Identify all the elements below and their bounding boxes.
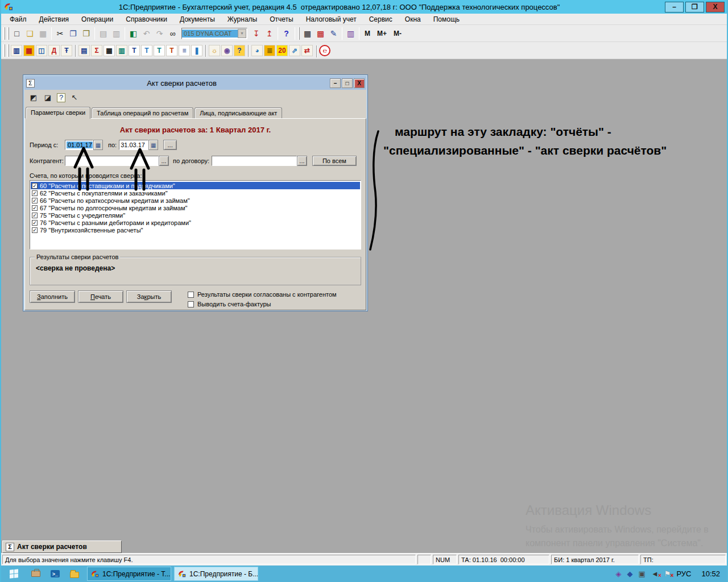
explorer-taskbar-icon[interactable] xyxy=(65,566,84,582)
tray-network-icon[interactable]: ▣ xyxy=(639,570,646,577)
accounts-listbox[interactable]: ✓ 60 "Расчеты с поставщиками и подрядчик… xyxy=(30,180,361,250)
combobox-value[interactable]: 015 DYNA COAT xyxy=(182,30,238,38)
menu-item[interactable]: Файл xyxy=(3,14,33,24)
save-settings-icon[interactable]: ◩ xyxy=(28,93,39,103)
toolbar2-icon[interactable]: T xyxy=(141,45,152,56)
toolbar2-icon[interactable]: Ŧ xyxy=(61,45,72,56)
table-edit-icon[interactable]: ✎ xyxy=(327,27,340,40)
account-row[interactable]: ✓ 79 "Внутрихозяйственные расчеты" xyxy=(31,226,360,234)
menu-item[interactable]: Налоговый учет xyxy=(300,14,363,24)
po-vsem-button[interactable]: По всем xyxy=(312,156,357,166)
toolbar-grip[interactable] xyxy=(298,27,300,40)
checkbox-checked-icon[interactable]: ✓ xyxy=(32,213,38,218)
toolbar2-icon[interactable]: ☼ xyxy=(209,45,220,56)
language-indicator[interactable]: РУС xyxy=(676,569,691,578)
toolbar2-icon[interactable]: ◕ xyxy=(251,45,263,56)
dialog-tab[interactable]: Таблица операций по расчетам xyxy=(92,107,193,118)
dialog-minimize-button[interactable]: – xyxy=(330,78,341,88)
option-row[interactable]: Выводить счета-фактуры xyxy=(188,301,337,307)
menu-item[interactable]: Операции xyxy=(75,14,119,24)
memory-button[interactable]: M+ xyxy=(374,30,390,38)
menu-item[interactable]: Документы xyxy=(173,14,221,24)
toolbar2-icon[interactable]: ▥ xyxy=(116,45,127,56)
toolbar2-icon[interactable]: ▤ xyxy=(78,45,90,56)
help-icon[interactable]: ? xyxy=(280,27,293,40)
mdi-window-tab[interactable]: Σ Акт сверки расчетов xyxy=(2,541,122,553)
option-row[interactable]: Результаты сверки согласованы с контраге… xyxy=(188,291,337,298)
toolbar2-icon[interactable]: ▥ xyxy=(11,45,22,56)
checkbox-checked-icon[interactable]: ✓ xyxy=(32,190,38,196)
account-row[interactable]: ✓ 60 "Расчеты с поставщиками и подрядчик… xyxy=(31,182,360,189)
period-more-button[interactable]: ... xyxy=(163,140,177,150)
menu-item[interactable]: Журналы xyxy=(221,14,263,24)
taskbar-clock[interactable]: 10:52 xyxy=(701,569,720,578)
save-icon[interactable]: ▦ xyxy=(36,27,49,40)
toolbar2-icon[interactable]: ? xyxy=(234,45,245,56)
paste-icon[interactable]: ❒ xyxy=(80,27,93,40)
dialog-maximize-button[interactable]: □ xyxy=(342,78,353,88)
dialog-action-button[interactable]: Печать xyxy=(78,290,123,303)
find-previous-icon[interactable]: ↥ xyxy=(263,27,276,40)
dialog-action-button[interactable]: Закрыть xyxy=(126,290,172,303)
toolbar-grip[interactable] xyxy=(7,44,9,57)
dogovor-select-button[interactable]: ... xyxy=(297,156,307,166)
toolbar2-icon[interactable]: ⇄ xyxy=(301,45,313,56)
account-row[interactable]: ✓ 75 "Расчеты с учредителями" xyxy=(31,211,360,219)
period-to-field[interactable]: 31.03.17 xyxy=(119,140,148,150)
toolbar2-icon[interactable]: ◫ xyxy=(36,45,47,56)
checkbox-checked-icon[interactable]: ✓ xyxy=(32,183,38,189)
taskbar-window-button[interactable]: 1С:Предприятие - Т... xyxy=(87,567,171,581)
menu-item[interactable]: Действия xyxy=(33,14,76,24)
toolbar-grip[interactable] xyxy=(3,27,5,40)
dogovor-field[interactable] xyxy=(212,156,297,166)
open-folder-icon[interactable]: ❏ xyxy=(23,27,36,40)
menu-item[interactable]: Справочники xyxy=(119,14,173,24)
toolbar2-icon[interactable]: Д xyxy=(48,45,60,56)
toolbar2-icon[interactable]: ≡ xyxy=(179,45,190,56)
checkbox-checked-icon[interactable]: ✓ xyxy=(32,205,38,211)
minimize-button[interactable]: – xyxy=(665,2,684,13)
toolbox-taskbar-icon[interactable] xyxy=(26,566,46,582)
toolbar2-icon[interactable]: Σ xyxy=(91,45,102,56)
menu-item[interactable]: Отчеты xyxy=(263,14,299,24)
print-preview-icon[interactable]: ▥ xyxy=(110,27,123,40)
calendar-icon[interactable]: ▩ xyxy=(314,27,327,40)
checkbox-checked-icon[interactable]: ✓ xyxy=(32,198,38,203)
toolbar2-icon[interactable]: T xyxy=(129,45,140,56)
toolbar2-icon[interactable]: ≣ xyxy=(264,45,275,56)
toolbar-grip[interactable] xyxy=(7,27,9,40)
toolbar2-icon[interactable]: ❚ xyxy=(191,45,202,56)
tray-volume-muted-icon[interactable]: ◄× xyxy=(651,570,659,577)
dialog-help-icon[interactable]: ? xyxy=(57,93,65,102)
restore-settings-icon[interactable]: ◪ xyxy=(43,93,53,103)
menu-item[interactable]: Окна xyxy=(399,14,427,24)
context-help-icon[interactable]: ↖ xyxy=(69,93,80,103)
menu-item[interactable]: Помощь xyxy=(427,14,466,24)
menu-item[interactable]: Сервис xyxy=(363,14,399,24)
toolbar2-icon[interactable]: ⇗ xyxy=(289,45,300,56)
dialog-tab[interactable]: Параметры сверки xyxy=(26,107,90,119)
taskbar-window-button[interactable]: 1С:Предприятие - Б... xyxy=(174,567,258,581)
checkbox-checked-icon[interactable]: ✓ xyxy=(32,227,38,233)
redo-icon[interactable]: ↷ xyxy=(153,27,166,40)
tray-compass-icon[interactable]: ◈ xyxy=(616,570,622,577)
calendar-picker-icon[interactable]: ▦ xyxy=(148,140,158,150)
new-document-icon[interactable]: □ xyxy=(10,27,23,40)
formula-book-icon[interactable]: ▥ xyxy=(344,27,357,40)
toolbar2-icon[interactable]: T xyxy=(166,45,177,56)
account-row[interactable]: ✓ 67 "Расчеты по долгосрочным кредитам и… xyxy=(31,204,360,211)
kontragent-field[interactable] xyxy=(65,156,159,166)
checkbox-unchecked-icon[interactable] xyxy=(188,301,194,307)
powershell-taskbar-icon[interactable]: >_ xyxy=(46,566,65,582)
dialog-tab[interactable]: Лица, подписывающие акт xyxy=(195,107,282,118)
chevron-down-icon[interactable]: ▼ xyxy=(238,29,246,38)
print-icon[interactable]: ▤ xyxy=(97,27,110,40)
toolbar-grip[interactable] xyxy=(3,44,5,57)
cut-icon[interactable]: ✂ xyxy=(53,27,67,40)
dialog-close-button[interactable]: X xyxy=(354,78,365,88)
search-value-combobox[interactable]: 015 DYNA COAT ▼ xyxy=(181,28,247,39)
toolbar2-icon[interactable]: ℮ xyxy=(319,45,330,56)
memory-button[interactable]: M- xyxy=(390,30,405,38)
kontragent-select-button[interactable]: ... xyxy=(159,156,169,166)
tray-shield-icon[interactable]: ◆ xyxy=(627,570,633,577)
